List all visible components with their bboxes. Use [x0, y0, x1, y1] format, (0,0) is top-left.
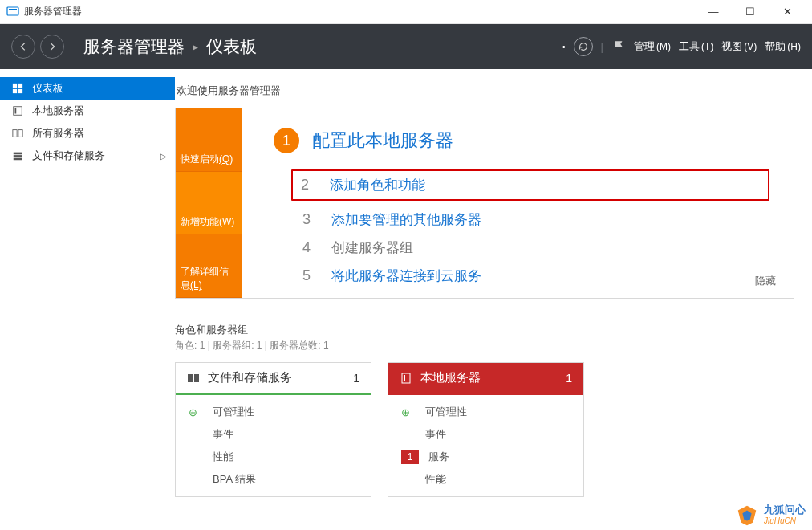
- card-body: ⊕可管理性 事件 性能 BPA 结果: [176, 395, 371, 496]
- card-row[interactable]: ⊕可管理性: [401, 405, 570, 419]
- menu-tools[interactable]: 工具(T): [679, 39, 713, 54]
- qs-heading[interactable]: 1 配置此本地服务器: [274, 128, 769, 153]
- dashboard-icon: [11, 83, 24, 94]
- menu-manage[interactable]: 管理(M): [634, 39, 671, 54]
- qs-step-add-servers[interactable]: 3 添加要管理的其他服务器: [298, 210, 769, 229]
- header-right: • | 管理(M) 工具(T) 视图(V) 帮助(H): [562, 37, 801, 56]
- window-title: 服务器管理器: [24, 5, 82, 18]
- svg-rect-2: [13, 84, 17, 88]
- svg-rect-0: [7, 7, 18, 15]
- servers-icon: [11, 128, 24, 139]
- storage-icon: [11, 150, 24, 161]
- svg-rect-10: [14, 153, 22, 155]
- refresh-icon[interactable]: [574, 37, 593, 56]
- server-icon: [11, 105, 24, 116]
- card-count: 1: [566, 372, 572, 385]
- quickstart-tabs: 快速启动(Q) 新增功能(W) 了解详细信息(L): [176, 108, 242, 298]
- app-icon: [6, 6, 19, 18]
- card-row[interactable]: BPA 结果: [189, 472, 358, 487]
- up-arrow-icon: ⊕: [401, 406, 416, 418]
- card-row[interactable]: 性能: [189, 450, 358, 464]
- card-row[interactable]: 性能: [401, 472, 570, 487]
- sidebar-item-storage[interactable]: 文件和存储服务 ▷: [0, 145, 175, 167]
- qs-step-add-roles[interactable]: 2 添加角色和功能: [291, 169, 769, 201]
- chevron-right-icon: ▷: [160, 152, 167, 161]
- svg-rect-14: [194, 374, 199, 382]
- breadcrumb-current: 仪表板: [206, 35, 257, 58]
- window-controls: — ☐ ✕: [695, 0, 806, 24]
- qs-step-cloud[interactable]: 5 将此服务器连接到云服务: [298, 267, 769, 285]
- card-body: ⊕可管理性 事件 1服务 性能: [388, 395, 583, 496]
- qs-tab-learnmore[interactable]: 了解详细信息(L): [176, 234, 242, 298]
- titlebar: 服务器管理器 — ☐ ✕: [0, 0, 812, 24]
- up-arrow-icon: ⊕: [189, 406, 203, 418]
- svg-rect-16: [404, 375, 405, 381]
- svg-rect-5: [18, 89, 22, 93]
- sidebar-item-local-server[interactable]: 本地服务器: [0, 100, 175, 122]
- card-count: 1: [353, 372, 359, 385]
- quickstart-panel: 快速启动(Q) 新增功能(W) 了解详细信息(L) 1 配置此本地服务器 2 添…: [175, 108, 794, 299]
- svg-rect-1: [9, 9, 17, 10]
- qs-heading-number: 1: [274, 128, 299, 153]
- roles-subtitle: 角色: 1 | 服务器组: 1 | 服务器总数: 1: [175, 339, 794, 353]
- card-row[interactable]: 事件: [401, 427, 570, 442]
- sidebar-item-label: 本地服务器: [32, 104, 84, 118]
- qs-step-create-group[interactable]: 4 创建服务器组: [298, 238, 769, 257]
- role-card-local-server[interactable]: 本地服务器 1 ⊕可管理性 事件 1服务 性能: [388, 362, 584, 497]
- card-row[interactable]: 1服务: [401, 450, 570, 464]
- card-title: 本地服务器: [420, 370, 481, 385]
- menu-help[interactable]: 帮助(H): [765, 39, 801, 54]
- svg-rect-13: [188, 374, 193, 382]
- header-bar: 服务器管理器 ▸ 仪表板 • | 管理(M) 工具(T) 视图(V) 帮助(H): [0, 24, 812, 69]
- divider: |: [601, 41, 603, 53]
- card-row[interactable]: 事件: [189, 427, 358, 442]
- sidebar-item-dashboard[interactable]: 仪表板: [0, 77, 175, 100]
- close-button[interactable]: ✕: [769, 0, 806, 24]
- hide-link[interactable]: 隐藏: [755, 274, 776, 288]
- sidebar-item-label: 文件和存储服务: [32, 149, 105, 163]
- content: 欢迎使用服务器管理器 快速启动(Q) 新增功能(W) 了解详细信息(L) 1 配…: [175, 69, 812, 530]
- svg-rect-12: [14, 158, 22, 161]
- card-header: 本地服务器 1: [388, 363, 583, 395]
- card-title: 文件和存储服务: [208, 370, 292, 385]
- sidebar-item-label: 所有服务器: [32, 126, 84, 141]
- breadcrumb-root[interactable]: 服务器管理器: [83, 35, 185, 58]
- welcome-title: 欢迎使用服务器管理器: [177, 84, 794, 98]
- role-card-storage[interactable]: 文件和存储服务 1 ⊕可管理性 事件 性能 BPA 结果: [175, 362, 371, 497]
- sidebar: 仪表板 本地服务器 所有服务器 文件和存储服务 ▷: [0, 69, 175, 530]
- svg-rect-8: [13, 130, 17, 137]
- sidebar-item-label: 仪表板: [32, 81, 63, 96]
- card-header: 文件和存储服务 1: [176, 363, 371, 395]
- svg-rect-11: [14, 155, 22, 157]
- role-cards: 文件和存储服务 1 ⊕可管理性 事件 性能 BPA 结果 本地服务器 1: [175, 362, 794, 497]
- breadcrumb-sep-icon: ▸: [193, 40, 198, 53]
- qs-tab-quickstart[interactable]: 快速启动(Q): [176, 108, 242, 172]
- storage-icon: [187, 372, 200, 385]
- card-row[interactable]: ⊕可管理性: [189, 405, 358, 419]
- nav-back-button[interactable]: [11, 35, 35, 59]
- svg-rect-3: [18, 84, 22, 88]
- flag-icon[interactable]: [611, 39, 626, 54]
- alert-badge: 1: [401, 450, 419, 464]
- maximize-button[interactable]: ☐: [732, 0, 769, 24]
- main: 仪表板 本地服务器 所有服务器 文件和存储服务 ▷ 欢迎使用服务器管理器 快速启…: [0, 69, 812, 530]
- qs-steps: 2 添加角色和功能 3 添加要管理的其他服务器 4 创建服务器组 5 将此服务器…: [274, 169, 769, 285]
- sidebar-item-all-servers[interactable]: 所有服务器: [0, 122, 175, 145]
- server-icon: [400, 372, 412, 385]
- nav-forward-button[interactable]: [40, 35, 64, 59]
- breadcrumb: 服务器管理器 ▸ 仪表板: [83, 35, 257, 58]
- quickstart-content: 1 配置此本地服务器 2 添加角色和功能 3 添加要管理的其他服务器 4 创建服…: [242, 108, 794, 298]
- svg-rect-6: [14, 107, 22, 116]
- svg-rect-15: [402, 373, 410, 383]
- roles-title: 角色和服务器组: [175, 323, 794, 337]
- qs-heading-text: 配置此本地服务器: [312, 128, 453, 153]
- svg-rect-9: [18, 130, 22, 137]
- menu-view[interactable]: 视图(V): [721, 39, 757, 54]
- minimize-button[interactable]: —: [695, 0, 732, 24]
- qs-tab-whatsnew[interactable]: 新增功能(W): [176, 172, 242, 235]
- svg-rect-4: [13, 89, 17, 93]
- refresh-dropdown-icon[interactable]: •: [562, 43, 566, 51]
- svg-rect-7: [15, 108, 17, 114]
